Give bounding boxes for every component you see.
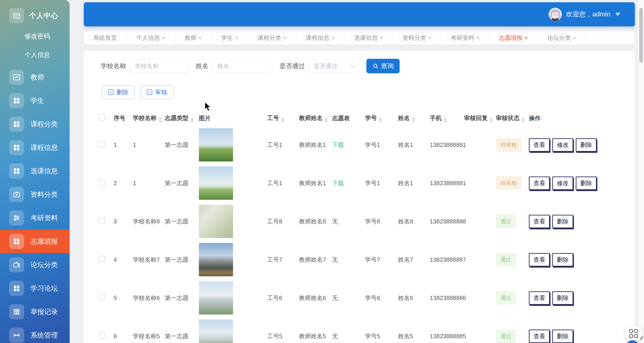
name-input[interactable] bbox=[212, 59, 272, 73]
tab-volunteer-application[interactable]: 志愿填报 × bbox=[490, 31, 538, 45]
sidebar-item-system-manage[interactable]: 系统管理 bbox=[0, 328, 70, 343]
tab-teacher[interactable]: 教师 × bbox=[175, 31, 212, 45]
row-checkbox[interactable] bbox=[98, 332, 105, 339]
sidebar-subitem-personal-info[interactable]: 个人信息 bbox=[24, 51, 70, 59]
view-button[interactable]: 查看 bbox=[529, 329, 550, 343]
tab-material-category[interactable]: 资料分类 × bbox=[393, 31, 441, 45]
download-link[interactable]: 下载 bbox=[329, 126, 362, 164]
tab-close-icon[interactable]: × bbox=[331, 34, 335, 42]
delete-button[interactable]: 删除 bbox=[576, 138, 597, 152]
cell-volunteer-type: 第一志愿 bbox=[162, 279, 196, 317]
tab-close-icon[interactable]: × bbox=[283, 34, 286, 42]
row-checkbox[interactable] bbox=[98, 217, 105, 224]
review-check-icon: ✓ bbox=[147, 90, 152, 95]
tab-course-category[interactable]: 课程分类 × bbox=[248, 31, 296, 45]
golf-course-photo[interactable] bbox=[199, 128, 233, 161]
batch-delete-button[interactable]: × 删除 bbox=[102, 85, 135, 99]
view-button[interactable]: 查看 bbox=[529, 253, 550, 266]
batch-review-button[interactable]: ✓ 审核 bbox=[141, 85, 174, 99]
edit-button[interactable]: 修改 bbox=[552, 177, 573, 190]
cell-phone: 13823888888 bbox=[427, 202, 461, 240]
user-menu-caret-icon[interactable] bbox=[615, 13, 620, 16]
tab-kaoyan-material[interactable]: 考研资料 × bbox=[441, 31, 489, 45]
tab-home[interactable]: 系统首页 bbox=[84, 31, 127, 45]
cell-volunteer-type: 第一志愿 bbox=[162, 126, 196, 164]
cell-student-no: 学号7 bbox=[362, 240, 395, 279]
cell-student-no: 学号1 bbox=[362, 126, 395, 164]
user-avatar[interactable] bbox=[549, 8, 562, 21]
cell-student-name: 姓名7 bbox=[395, 240, 427, 279]
cell-volunteer-type: 第一志愿 bbox=[162, 202, 196, 240]
sort-icon[interactable] bbox=[325, 118, 328, 123]
tab-close-icon[interactable]: × bbox=[573, 34, 576, 42]
sidebar-item-report-record[interactable]: 举报记录 bbox=[0, 304, 70, 319]
school-name-input[interactable] bbox=[130, 59, 189, 73]
campus-plan-photo[interactable] bbox=[199, 205, 233, 238]
sort-icon[interactable] bbox=[412, 118, 415, 123]
edit-button[interactable]: 修改 bbox=[552, 138, 573, 152]
sort-icon[interactable] bbox=[490, 118, 493, 123]
tab-close-icon[interactable]: × bbox=[234, 34, 238, 42]
row-checkbox[interactable] bbox=[98, 256, 105, 262]
sidebar-subitem-change-password[interactable]: 修改密码 bbox=[24, 32, 70, 41]
school-building-photo[interactable] bbox=[199, 281, 233, 314]
delete-button[interactable]: 删除 bbox=[552, 291, 573, 305]
query-button[interactable]: 查询 bbox=[366, 59, 400, 73]
status-badge: 待审核 bbox=[496, 138, 521, 152]
cell-phone: 13823888887 bbox=[427, 240, 461, 279]
tab-course-info[interactable]: 课程信息 × bbox=[296, 31, 344, 45]
sidebar-item-course-selection[interactable]: 选课信息 bbox=[0, 164, 70, 179]
name-label: 姓名 bbox=[196, 62, 208, 70]
delete-button[interactable]: 删除 bbox=[552, 215, 573, 228]
sort-icon[interactable] bbox=[281, 118, 284, 123]
sort-icon[interactable] bbox=[190, 118, 194, 123]
download-link[interactable]: 下载 bbox=[329, 164, 362, 202]
view-button[interactable]: 查看 bbox=[529, 291, 550, 305]
sidebar-item-material-category[interactable]: 资料分类 bbox=[0, 187, 70, 202]
row-checkbox[interactable] bbox=[98, 179, 105, 186]
sidebar-item-kaoyan-material[interactable]: 考研资料 bbox=[0, 210, 70, 225]
sort-icon[interactable] bbox=[444, 118, 447, 123]
sidebar-item-study-forum[interactable]: 学习论坛 bbox=[0, 281, 70, 296]
view-button[interactable]: 查看 bbox=[529, 215, 550, 228]
palm-trees-photo[interactable] bbox=[199, 166, 233, 200]
tab-close-icon[interactable]: × bbox=[162, 34, 165, 42]
row-checkbox[interactable] bbox=[98, 141, 105, 147]
sidebar-item-forum-category[interactable]: 论坛分类 bbox=[0, 257, 70, 272]
clock-tower-photo[interactable] bbox=[199, 243, 233, 276]
tab-close-icon[interactable]: × bbox=[428, 34, 431, 42]
tab-close-icon[interactable]: × bbox=[524, 34, 528, 42]
pass-select-placeholder: 是否通过 bbox=[314, 62, 338, 70]
column-header-student: 姓名 bbox=[395, 111, 427, 126]
sidebar-item-course-category[interactable]: 课程分类 bbox=[0, 117, 70, 132]
page-scrollbar-thumb[interactable] bbox=[639, 8, 643, 63]
tab-close-icon[interactable]: × bbox=[380, 34, 383, 42]
view-button[interactable]: 查看 bbox=[529, 138, 550, 152]
pass-select[interactable]: 是否通过 bbox=[308, 59, 358, 73]
tab-personal-info[interactable]: 个人信息 × bbox=[127, 31, 175, 45]
delete-button[interactable]: 删除 bbox=[552, 329, 573, 343]
select-all-checkbox[interactable] bbox=[98, 114, 105, 121]
cell-teacher-name: 教师姓名1 bbox=[296, 126, 329, 164]
delete-button[interactable]: 删除 bbox=[576, 177, 597, 190]
sidebar-item-volunteer-application[interactable]: 志愿填报 bbox=[0, 230, 70, 253]
view-button[interactable]: 查看 bbox=[529, 177, 550, 190]
column-header-teacher: 教师姓名 bbox=[296, 111, 329, 126]
tab-course-selection[interactable]: 选课信息 × bbox=[344, 31, 393, 45]
sidebar-item-student[interactable]: 学生 bbox=[0, 93, 70, 108]
tab-close-icon[interactable]: × bbox=[198, 34, 202, 42]
cell-volunteer-form: 无 bbox=[329, 317, 362, 343]
apps-float-button[interactable] bbox=[625, 325, 642, 342]
sort-icon[interactable] bbox=[379, 118, 382, 123]
sidebar-item-teacher[interactable]: 教师 bbox=[0, 70, 70, 85]
tab-close-icon[interactable]: × bbox=[476, 34, 480, 42]
row-checkbox[interactable] bbox=[98, 294, 105, 300]
school-building-photo-2[interactable] bbox=[199, 319, 233, 343]
delete-button[interactable]: 删除 bbox=[552, 253, 573, 266]
tab-forum-category[interactable]: 论坛分类 × bbox=[538, 31, 586, 45]
sort-icon[interactable] bbox=[522, 118, 525, 123]
tab-student[interactable]: 学生 × bbox=[212, 31, 248, 45]
sort-icon[interactable] bbox=[158, 118, 162, 123]
sidebar-item-personal-center[interactable]: 个人中心 bbox=[9, 8, 70, 23]
sidebar-item-course-info[interactable]: 课程信息 bbox=[0, 140, 70, 155]
